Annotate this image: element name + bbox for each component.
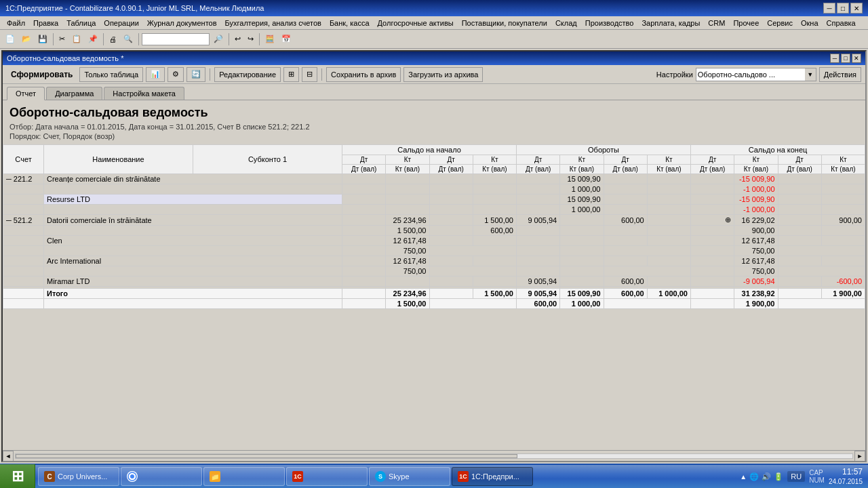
doc-maximize-btn[interactable]: □ xyxy=(841,54,850,63)
td-5212v-end-dtv xyxy=(778,226,821,236)
table-btn[interactable]: ⊞ xyxy=(283,67,299,82)
svg-point-1 xyxy=(130,474,134,479)
systray-volume[interactable]: 🔊 xyxy=(762,472,771,481)
taskbar-item-skype[interactable]: S Skype xyxy=(369,467,450,486)
td-total-saldo-dt xyxy=(342,289,386,299)
menu-windows[interactable]: Окна xyxy=(797,18,823,28)
close-button[interactable]: ✕ xyxy=(850,3,863,14)
collapse-icon-5212[interactable]: ─ xyxy=(6,216,12,224)
new-btn[interactable]: 📄 xyxy=(3,32,18,47)
menu-other[interactable]: Прочее xyxy=(729,18,763,28)
search-input[interactable] xyxy=(142,33,210,45)
td-clen-end-kt: 12 617,48 xyxy=(734,236,778,246)
collapse-icon[interactable]: ─ xyxy=(6,175,12,183)
generate-btn[interactable]: Сформировать xyxy=(7,67,77,82)
menu-help[interactable]: Справка xyxy=(823,18,860,28)
settings-value-input[interactable] xyxy=(696,70,805,79)
table-only-btn[interactable]: Только таблица xyxy=(79,67,143,82)
table2-btn[interactable]: ⊟ xyxy=(302,67,317,82)
taskbar-item-1c-active[interactable]: 1С 1С:Предпри... xyxy=(452,467,533,486)
taskbar-clock[interactable]: 11:57 24.07.2015 xyxy=(829,467,863,487)
menu-crm[interactable]: CRM xyxy=(704,18,729,28)
h-scrollbar-thumb[interactable] xyxy=(16,454,517,458)
taskbar-item-1c[interactable]: 1С xyxy=(286,467,368,486)
copy-btn[interactable]: 📋 xyxy=(69,32,84,47)
scroll-right-btn[interactable]: ► xyxy=(854,451,865,462)
minimize-button[interactable]: ─ xyxy=(823,3,835,14)
td-totalv-empty xyxy=(429,299,517,309)
search-btn[interactable]: 🔎 xyxy=(211,32,226,47)
td-rv-end-dt xyxy=(691,205,734,215)
td-arc-ob-dtv xyxy=(604,256,647,266)
save-btn[interactable]: 💾 xyxy=(35,32,50,47)
td-account-rv xyxy=(3,205,44,215)
sh-kt1: Кт xyxy=(386,155,429,165)
menu-accounting[interactable]: Бухгалтерия, анализ счетов xyxy=(221,18,326,28)
settings-dropdown-btn[interactable]: ▼ xyxy=(805,68,816,81)
settings-toggle-btn[interactable]: ⚙ xyxy=(167,67,184,82)
print-btn[interactable]: 🖨 xyxy=(106,32,119,47)
taskbar-item-chrome[interactable] xyxy=(121,467,202,486)
menu-warehouse[interactable]: Склад xyxy=(551,18,581,28)
td-arcv-end-kt: 750,00 xyxy=(734,266,778,277)
td-r-saldo-kt xyxy=(386,195,429,205)
start-button[interactable]: ⊞ xyxy=(0,464,35,488)
language-indicator[interactable]: RU xyxy=(787,471,805,482)
menu-table[interactable]: Таблица xyxy=(62,18,100,28)
calc-btn[interactable]: 🧮 xyxy=(262,32,277,47)
td-account-arcv xyxy=(3,266,44,277)
systray-arrow[interactable]: ▲ xyxy=(740,473,747,481)
preview-btn[interactable]: 🔍 xyxy=(121,32,136,47)
tab-chart[interactable]: Диаграмма xyxy=(46,87,102,100)
undo-btn[interactable]: ↩ xyxy=(232,32,243,47)
td-clenv-ob-dt xyxy=(517,246,560,256)
menu-salary[interactable]: Зарплата, кадры xyxy=(637,18,704,28)
menu-production[interactable]: Производство xyxy=(581,18,638,28)
edit-btn[interactable]: Редактирование xyxy=(214,67,281,82)
taskbar-item-1c-files[interactable]: 📁 xyxy=(203,467,285,486)
td-total-ob-dt: 9 005,94 xyxy=(517,289,560,299)
save-archive-btn[interactable]: Сохранить в архив xyxy=(326,67,401,82)
td-clen-saldo-dt xyxy=(342,236,386,246)
menu-operations[interactable]: Операции xyxy=(100,18,142,28)
refresh-btn[interactable]: 🔄 xyxy=(186,67,205,82)
redo-btn[interactable]: ↪ xyxy=(245,32,256,47)
calendar-btn[interactable]: 📅 xyxy=(279,32,294,47)
cut-btn[interactable]: ✂ xyxy=(56,32,68,47)
doc-minimize-btn[interactable]: ─ xyxy=(830,54,840,63)
menu-journal[interactable]: Журнал документов xyxy=(143,18,221,28)
td-arc-end-kt: 12 617,48 xyxy=(734,256,778,266)
menu-longterm[interactable]: Долгосрочные активы xyxy=(374,18,458,28)
maximize-button[interactable]: □ xyxy=(837,3,849,14)
tab-layout[interactable]: Настройка макета xyxy=(104,87,184,100)
h-scrollbar-track[interactable] xyxy=(15,453,853,459)
menu-edit[interactable]: Правка xyxy=(29,18,62,28)
td-mir-end-dt xyxy=(691,277,734,287)
taskbar-item-corp[interactable]: C Corp Univers... xyxy=(38,467,119,486)
doc-close-btn[interactable]: ✕ xyxy=(852,54,861,63)
systray-power: 🔋 xyxy=(774,472,783,481)
actions-btn[interactable]: Действия xyxy=(819,67,861,82)
h-scrollbar[interactable]: ◄ ► xyxy=(3,450,865,461)
open-btn[interactable]: 📂 xyxy=(19,32,34,47)
table-scroll-area[interactable]: Оборотно-сальдовая ведомость Отбор: Дата… xyxy=(3,100,865,450)
menu-suppliers[interactable]: Поставщики, покупатели xyxy=(458,18,551,28)
td-account-mir xyxy=(3,277,44,287)
td-mir-ob-dt: 9 005,94 xyxy=(517,277,560,287)
report-filter1: Отбор: Дата начала = 01.01.2015, Дата ко… xyxy=(9,123,859,131)
menu-service[interactable]: Сервис xyxy=(763,18,797,28)
paste-btn[interactable]: 📌 xyxy=(85,32,100,47)
td-end-kt: -15 009,90 xyxy=(734,174,778,184)
td-totalv-saldo-dt xyxy=(342,299,386,309)
scroll-left-btn[interactable]: ◄ xyxy=(3,451,14,462)
menu-file[interactable]: Файл xyxy=(3,18,29,28)
chart-btn[interactable]: 📊 xyxy=(146,67,165,82)
td-arc-ob-kt xyxy=(560,256,604,266)
tab-report[interactable]: Отчет xyxy=(7,87,45,100)
clock-date: 24.07.2015 xyxy=(829,477,863,486)
menu-bank[interactable]: Банк, касса xyxy=(326,18,374,28)
td-5212-saldo-dt xyxy=(342,215,386,226)
load-archive-btn[interactable]: Загрузить из архива xyxy=(403,67,483,82)
doc-title-bar: Оборотно-сальдовая ведомость * ─ □ ✕ xyxy=(3,52,865,65)
td-r-saldo-dt xyxy=(342,195,386,205)
